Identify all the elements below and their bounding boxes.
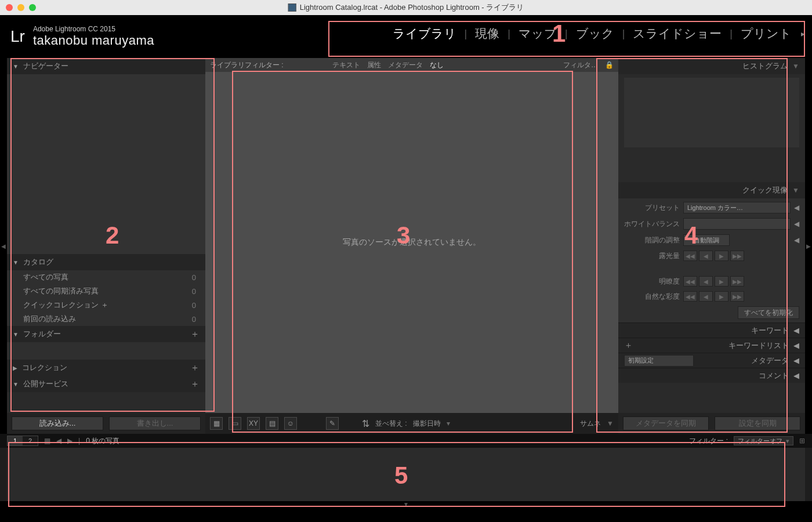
publish-header[interactable]: ▼ 公開サービス ＋ <box>7 376 205 392</box>
collections-header[interactable]: ▶ コレクション ＋ <box>7 360 205 376</box>
disclosure-icon[interactable]: ◀ <box>794 220 799 228</box>
window-close-button[interactable] <box>6 4 13 11</box>
keyword-list-header[interactable]: ＋キーワードリスト◀ <box>618 338 805 353</box>
library-filter-bar: ライブラリフィルター : テキスト 属性 メタデータ なし フィルタ… 🔒 <box>205 58 618 72</box>
collapse-icon: ▼ <box>13 381 19 387</box>
left-edge-toggle[interactable]: ◀ <box>0 58 7 434</box>
catalog-header[interactable]: ▼ カタログ <box>7 254 205 270</box>
import-button[interactable]: 読み込み... <box>12 416 103 430</box>
toolbar-menu-icon[interactable]: ▼ <box>607 419 614 427</box>
right-panel-footer: メタデータを同期 設定を同期 <box>618 413 805 434</box>
nav-back-icon[interactable]: ◀ <box>56 437 61 445</box>
preset-select[interactable]: Lightroom カラー… <box>683 202 791 213</box>
wb-select[interactable] <box>683 218 791 230</box>
sync-settings-button[interactable]: 設定を同期 <box>715 416 800 430</box>
people-view-icon[interactable]: ☺ <box>284 417 297 430</box>
module-print[interactable]: プリント <box>741 26 792 42</box>
sync-metadata-button[interactable]: メタデータを同期 <box>623 416 709 430</box>
expand-icon: ▶ <box>13 365 17 371</box>
filmstrip-filter-label: フィルター : <box>689 436 728 446</box>
quickdev-title: クイック現像 <box>742 185 788 195</box>
secondary-display-toggle[interactable]: 1 2 <box>7 436 38 446</box>
loupe-view-icon[interactable]: ▭ <box>229 417 241 430</box>
filter-tab-metadata[interactable]: メタデータ <box>388 60 423 70</box>
filmstrip-header: 1 2 ▦ ◀ ▶ | 0 枚の写真 フィルター : フィルターオフ▾ ⊞ <box>0 434 812 448</box>
navigator-well <box>7 74 205 254</box>
catalog-title: カタログ <box>23 257 200 267</box>
grid-view-icon[interactable]: ▦ <box>210 417 223 430</box>
filter-lock-icon[interactable]: 🔒 <box>605 61 614 69</box>
exposure-stepper[interactable]: ◀◀◀▶▶▶ <box>683 251 744 261</box>
preset-label: プリセット <box>624 203 680 213</box>
module-map[interactable]: マップ <box>519 26 557 42</box>
photo-count: 0 枚の写真 <box>86 436 119 446</box>
reset-all-button[interactable]: すべてを初期化 <box>738 306 799 319</box>
publish-title: 公開サービス <box>23 379 190 389</box>
vibrance-stepper[interactable]: ◀◀◀▶▶▶ <box>683 291 744 302</box>
comment-header[interactable]: コメント◀ <box>618 368 805 383</box>
filter-tab-attribute[interactable]: 属性 <box>367 60 381 70</box>
filter-tab-none[interactable]: なし <box>430 60 444 70</box>
metadata-header[interactable]: 初期設定 メタデータ◀ <box>618 353 805 368</box>
compare-view-icon[interactable]: XY <box>247 417 260 430</box>
thumbnail-size-label: サムネ <box>580 419 601 429</box>
histogram-header[interactable]: ヒストグラム ▼ <box>618 58 805 74</box>
add-keyword-icon[interactable]: ＋ <box>624 340 633 351</box>
right-panel: ヒストグラム ▼ クイック現像 ▼ プリセット Lightroom カラー… ◀… <box>618 58 805 434</box>
top-strip: Lr Adobe Lightroom CC 2015 takanobu maru… <box>0 15 812 58</box>
histogram-title: ヒストグラム <box>742 61 788 71</box>
keyword-header[interactable]: キーワード◀ <box>618 322 805 338</box>
bottom-edge-toggle[interactable]: ▼ <box>0 501 812 507</box>
survey-view-icon[interactable]: ▤ <box>266 417 278 430</box>
sort-field[interactable]: 撮影日時 <box>413 419 441 429</box>
nav-fwd-icon[interactable]: ▶ <box>67 437 72 445</box>
exposure-label: 露光量 <box>624 251 680 261</box>
image-canvas: 写真のソースが選択されていません。 <box>205 72 618 413</box>
app-icon <box>288 3 296 12</box>
disclosure-icon[interactable]: ◀ <box>794 236 799 244</box>
disclosure-icon[interactable]: ◀ <box>794 204 799 212</box>
left-panel: ▼ ナビゲーター ▼ カタログ すべての写真0 すべての同期済み写真0 クイック… <box>7 58 205 434</box>
quickdev-body: プリセット Lightroom カラー… ◀ ホワイトバランス ◀ 階調の調整 … <box>618 198 805 322</box>
add-publish-button[interactable]: ＋ <box>190 378 200 390</box>
window-zoom-button[interactable] <box>29 4 36 11</box>
empty-source-message: 写真のソースが選択されていません。 <box>343 237 481 248</box>
export-button[interactable]: 書き出し... <box>109 416 201 430</box>
module-slideshow[interactable]: スライドショー <box>633 26 722 42</box>
filter-preset-menu[interactable]: フィルタ… <box>563 60 598 70</box>
metadata-preset-select[interactable]: 初期設定 <box>624 355 694 367</box>
module-book[interactable]: ブック <box>576 26 614 42</box>
filmstrip[interactable] <box>0 448 812 501</box>
module-library[interactable]: ライブラリ <box>393 26 456 42</box>
navigator-header[interactable]: ▼ ナビゲーター <box>7 58 205 74</box>
catalog-item[interactable]: すべての同期済み写真0 <box>7 284 205 298</box>
module-overflow-icon[interactable]: ▸ <box>801 29 805 38</box>
sort-direction-icon[interactable]: ⇅ <box>362 418 369 429</box>
window-minimize-button[interactable] <box>17 4 24 11</box>
window-title: Lightroom Catalog.lrcat - Adobe Photosho… <box>300 2 524 13</box>
module-develop[interactable]: 現像 <box>475 26 499 42</box>
sort-menu-icon[interactable]: ▾ <box>447 419 450 427</box>
add-folder-button[interactable]: ＋ <box>190 328 200 340</box>
catalog-item[interactable]: すべての写真0 <box>7 270 205 284</box>
collections-title: コレクション <box>22 362 190 373</box>
filter-label: ライブラリフィルター : <box>210 60 284 70</box>
sort-label: 並べ替え : <box>375 419 407 429</box>
histogram-well <box>624 78 799 147</box>
catalog-item[interactable]: クイックコレクション ＋0 <box>7 298 205 312</box>
clarity-stepper[interactable]: ◀◀◀▶▶▶ <box>683 276 744 287</box>
quickdev-header[interactable]: クイック現像 ▼ <box>618 182 805 198</box>
catalog-item[interactable]: 前回の読み込み0 <box>7 312 205 326</box>
filter-tab-text[interactable]: テキスト <box>332 60 360 70</box>
grid-icon[interactable]: ▦ <box>44 437 50 445</box>
painter-tool-icon[interactable]: ✎ <box>326 417 339 430</box>
tone-label: 階調の調整 <box>624 235 680 245</box>
auto-tone-button[interactable]: 自動階調 <box>683 234 730 246</box>
filmstrip-switch-icon[interactable]: ⊞ <box>799 437 805 445</box>
filmstrip-filter-select[interactable]: フィルターオフ▾ <box>734 436 793 445</box>
right-edge-toggle[interactable]: ▶ <box>805 58 812 434</box>
add-collection-button[interactable]: ＋ <box>190 362 200 374</box>
clarity-label: 明瞭度 <box>624 277 680 287</box>
folders-header[interactable]: ▼ フォルダー ＋ <box>7 326 205 342</box>
identity-plate: Adobe Lightroom CC 2015 takanobu maruyam… <box>33 25 154 48</box>
